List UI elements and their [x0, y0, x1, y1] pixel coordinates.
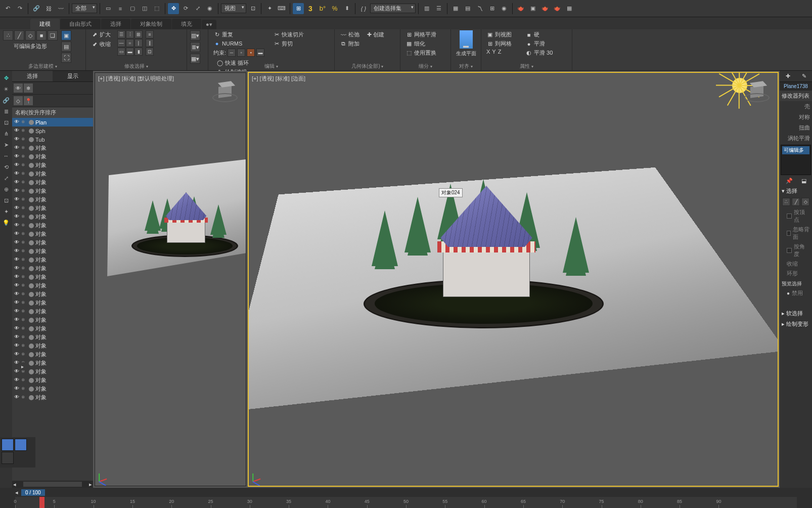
edit-named-sel-icon[interactable]: { } — [358, 3, 369, 14]
tab-modeling[interactable]: 建模 — [30, 19, 60, 29]
lt-scale-icon[interactable]: ⤢ — [1, 173, 11, 183]
percent-snap-icon[interactable]: % — [329, 3, 340, 14]
use-center-icon[interactable]: ⊡ — [247, 3, 258, 14]
element-mode-icon[interactable]: ❏ — [48, 30, 58, 40]
border-mode-icon[interactable]: ◇ — [25, 30, 35, 40]
tab-populate[interactable]: 填充 — [172, 19, 201, 29]
window-crossing-icon[interactable]: ◫ — [139, 3, 150, 14]
placement-icon[interactable]: ◉ — [204, 3, 215, 14]
viewport-left-label[interactable]: [+] [透视] [标准] [默认明暗处理] — [98, 75, 174, 82]
lt-layers-icon[interactable]: ≣ — [1, 106, 11, 116]
filter-freeze-icon[interactable]: ❄ — [24, 83, 33, 93]
snap-3d-icon[interactable]: 3 — [305, 3, 316, 14]
scene-item[interactable]: 👁❄对象 — [12, 221, 93, 230]
lt-select-icon[interactable]: ✥ — [1, 73, 11, 83]
viewcube-left[interactable] — [210, 78, 241, 103]
select-name-icon[interactable]: ≡ — [115, 3, 126, 14]
loop-icon[interactable]: ≡ — [146, 30, 154, 38]
bind-icon[interactable]: 〰 — [55, 3, 66, 14]
opt-ignoreback[interactable]: 忽略背面 — [780, 225, 812, 242]
lt-bulb-icon[interactable]: 💡 — [1, 218, 11, 228]
subobj-edge-icon[interactable]: ╱ — [792, 198, 800, 206]
scene-list-header[interactable]: 名称(按升序排序 — [12, 107, 93, 118]
scene-item[interactable]: 👁❄对象 — [12, 161, 93, 170]
repeat-button[interactable]: ↻重复 — [211, 30, 266, 39]
section-selection[interactable]: 选择 — [780, 186, 812, 196]
angle-snap-icon[interactable]: b° — [317, 3, 328, 14]
timeline-playhead[interactable] — [39, 497, 44, 508]
timeline-track[interactable]: 051015202530354045505560657075808590 — [15, 497, 797, 508]
edge-mode-icon[interactable]: ╱ — [14, 30, 24, 40]
fullscreen-icon[interactable]: ⛶ — [61, 53, 71, 63]
opt-shrink[interactable]: 收缩 — [780, 259, 812, 269]
scene-item[interactable]: 👁❄对象 — [12, 273, 93, 281]
select-manip-icon[interactable]: ✦ — [264, 3, 275, 14]
frame-indicator[interactable]: 0 / 100 — [21, 489, 45, 496]
scene-tab-display[interactable]: 显示 — [53, 71, 93, 81]
section-softsel[interactable]: 软选择 — [780, 308, 812, 319]
togrid-button[interactable]: ⊞到网格 — [484, 39, 514, 48]
layout-2-icon[interactable] — [15, 439, 27, 451]
rotate-icon[interactable]: ⟳ — [180, 3, 191, 14]
scene-item[interactable]: 👁❄对象 — [12, 290, 93, 299]
lt-hierarchy-icon[interactable]: ⋔ — [1, 129, 11, 139]
filter-pin-icon[interactable]: 📍 — [24, 96, 33, 105]
layout-3-icon[interactable] — [2, 452, 14, 464]
filter-geom-icon[interactable]: ◇ — [14, 96, 23, 105]
opt-byvertex[interactable]: 按顶点 — [780, 207, 812, 225]
curve-editor-icon[interactable]: 〽 — [474, 3, 485, 14]
subobj-vertex-icon[interactable]: ∴ — [782, 198, 790, 206]
link-icon[interactable]: 🔗 — [31, 3, 42, 14]
expand-arrow-icon[interactable]: ▸ — [18, 362, 26, 370]
timeline-prev-icon[interactable]: ◂ — [15, 489, 18, 496]
scene-item[interactable]: 👁❄对象 — [12, 342, 93, 350]
lt-light-icon[interactable]: ☀ — [1, 84, 11, 94]
ignore-back-icon[interactable]: ▤ — [61, 41, 71, 52]
scene-item[interactable]: 👁❄对象 — [12, 204, 93, 213]
scene-item[interactable]: 👁❄对象 — [12, 393, 93, 402]
render-setup-icon[interactable]: 🫖 — [515, 3, 526, 14]
scene-item[interactable]: 👁❄对象 — [12, 213, 93, 221]
stack-dropdown-icon[interactable]: ▥▾ — [190, 30, 200, 40]
smooth-button[interactable]: ●平滑 — [523, 39, 555, 48]
refcoord-dropdown[interactable]: 视图 — [221, 4, 246, 13]
hard-button[interactable]: ■硬 — [523, 30, 555, 39]
scene-item[interactable]: 👁❄对象 — [12, 281, 93, 290]
mod-symmetry[interactable]: 对称 — [780, 112, 812, 122]
scene-item[interactable]: 👁❄对象 — [12, 144, 93, 152]
quickslice-button[interactable]: ✂快速切片 — [271, 30, 306, 39]
modifier-stack[interactable]: 可编辑多 — [781, 145, 811, 175]
scene-item[interactable]: 👁❄对象 — [12, 247, 93, 256]
mirror-icon[interactable]: ▥ — [421, 3, 432, 14]
filter-eye-icon[interactable]: 👁 — [14, 83, 23, 93]
object-name-field[interactable]: Plane1738 — [780, 82, 812, 91]
move-icon[interactable]: ✥ — [168, 3, 179, 14]
material-editor-icon[interactable]: ◉ — [499, 3, 510, 14]
toggle-ribbon-icon[interactable]: ▤ — [462, 3, 473, 14]
lt-arrow-icon[interactable]: ➤ — [1, 140, 11, 150]
cut-button[interactable]: ✂剪切 — [271, 39, 306, 48]
snap-2d-icon[interactable]: ⊞ — [293, 3, 304, 14]
scene-item[interactable]: 👁❄对象 — [12, 152, 93, 161]
lt-rotate-icon[interactable]: ⟲ — [1, 162, 11, 172]
lt-move-icon[interactable]: ↔ — [1, 151, 11, 161]
redo-icon[interactable]: ↷ — [14, 3, 25, 14]
lt-center-icon[interactable]: ⊡ — [1, 195, 11, 205]
render-iterative-icon[interactable]: 🫖 — [552, 3, 563, 14]
vertex-mode-icon[interactable]: ∴ — [3, 30, 13, 40]
keyboard-shortcut-icon[interactable]: ⌨ — [276, 3, 287, 14]
tessellate-button[interactable]: ▦细化 — [403, 39, 427, 48]
grow-sel-button[interactable]: ⬈扩大 — [89, 30, 113, 39]
mod-turbosmooth[interactable]: 涡轮平滑 — [780, 133, 812, 144]
select-region-rect-icon[interactable]: ▢ — [127, 3, 138, 14]
layer-explorer-icon[interactable]: ▦ — [450, 3, 461, 14]
unlink-icon[interactable]: ⛓ — [43, 3, 54, 14]
attach-button[interactable]: ⧉附加 — [338, 39, 362, 48]
named-selection-dropdown[interactable]: 创建选择集 — [370, 4, 416, 13]
polygon-mode-icon[interactable]: ■ — [36, 30, 47, 40]
section-paintdeform[interactable]: 绘制变形 — [780, 319, 812, 329]
scene-item[interactable]: 👁❄对象 — [12, 350, 93, 359]
mod-twist[interactable]: 扭曲 — [780, 122, 812, 133]
scene-scrollbar[interactable]: ◂▸ — [12, 481, 93, 488]
shrink-sel-button[interactable]: ⬋收缩 — [89, 40, 113, 49]
